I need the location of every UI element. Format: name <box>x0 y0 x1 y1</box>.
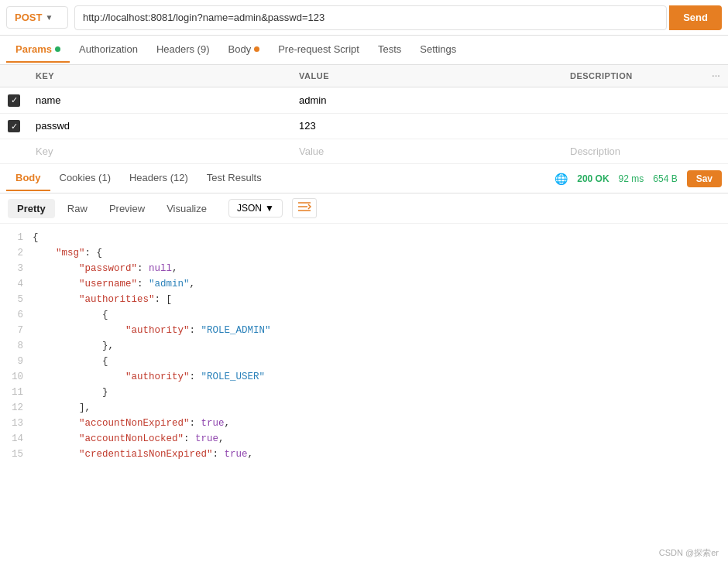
line-num: 14 <box>5 431 33 447</box>
status-badge: 200 OK <box>577 173 609 184</box>
json-line: 11 } <box>0 385 728 400</box>
params-dot <box>55 46 60 52</box>
preview-label: Preview <box>109 203 145 214</box>
empty-row: Key Value Description <box>0 139 728 164</box>
resp-tab-test-results[interactable]: Test Results <box>197 166 271 191</box>
line-num: 13 <box>5 416 33 431</box>
row2-checkbox[interactable]: ✓ <box>8 120 20 132</box>
watermark: CSDN @探索er <box>659 547 719 559</box>
method-chevron-icon: ▼ <box>45 13 53 22</box>
tab-tests-label: Tests <box>378 43 401 55</box>
raw-label: Raw <box>67 203 88 214</box>
tab-pre-request[interactable]: Pre-request Script <box>269 37 369 63</box>
json-line: 6 { <box>0 307 728 323</box>
line-num: 1 <box>5 230 33 245</box>
tab-headers[interactable]: Headers (9) <box>147 37 219 63</box>
response-toolbar: Pretty Raw Preview Visualize JSON ▼ <box>0 193 728 224</box>
wrap-icon[interactable] <box>292 198 317 218</box>
format-label: JSON <box>237 203 262 214</box>
response-meta: 🌐 200 OK 92 ms 654 B Sav <box>555 170 722 187</box>
json-line: 15 "credentialsNonExpired": true, <box>0 447 728 462</box>
table-row: ✓ name admin <box>0 87 728 114</box>
line-num: 4 <box>5 276 33 292</box>
resp-tab-headers-label: Headers (12) <box>129 172 188 183</box>
tab-headers-label: Headers (9) <box>156 43 210 55</box>
resp-tab-headers[interactable]: Headers (12) <box>120 166 197 191</box>
tab-tests[interactable]: Tests <box>369 37 410 63</box>
top-bar: POST ▼ Send <box>0 0 728 36</box>
line-num: 5 <box>5 292 33 307</box>
params-table: KEY VALUE DESCRIPTION ··· ✓ name admin ✓ <box>0 65 728 164</box>
tab-authorization[interactable]: Authorization <box>70 37 147 63</box>
format-chevron-icon: ▼ <box>265 203 274 214</box>
tab-params-label: Params <box>15 43 52 55</box>
line-num: 9 <box>5 354 33 369</box>
json-line: 1 { <box>0 230 728 245</box>
json-line: 8 }, <box>0 338 728 354</box>
row1-desc[interactable] <box>562 87 704 114</box>
row2-desc[interactable] <box>562 113 704 139</box>
resp-tab-body[interactable]: Body <box>6 166 50 191</box>
table-row: ✓ passwd 123 <box>0 113 728 139</box>
col-value-header: VALUE <box>291 65 562 87</box>
row1-key[interactable]: name <box>28 87 291 114</box>
tab-settings-label: Settings <box>420 43 456 55</box>
response-size: 654 B <box>653 173 677 184</box>
json-line: 5 "authorities": [ <box>0 292 728 307</box>
col-key-header: KEY <box>28 65 291 87</box>
resp-tab-body-label: Body <box>15 172 41 183</box>
resp-format-visualize[interactable]: Visualize <box>157 199 216 218</box>
resp-format-pretty[interactable]: Pretty <box>8 199 55 218</box>
response-tabs: Body Cookies (1) Headers (12) Test Resul… <box>0 164 728 193</box>
row2-key[interactable]: passwd <box>28 113 291 139</box>
method-label: POST <box>15 12 42 23</box>
empty-value[interactable]: Value <box>291 139 562 164</box>
json-line: 12 ], <box>0 400 728 416</box>
row1-more <box>704 87 728 114</box>
url-input[interactable] <box>74 5 667 30</box>
tab-body[interactable]: Body <box>219 37 270 63</box>
response-time: 92 ms <box>619 173 644 184</box>
line-num: 8 <box>5 338 33 354</box>
json-line: 9 { <box>0 354 728 369</box>
json-line: 4 "username": "admin", <box>0 276 728 292</box>
row2-more <box>704 113 728 139</box>
tab-settings[interactable]: Settings <box>410 37 465 63</box>
pretty-label: Pretty <box>17 203 46 214</box>
row1-value[interactable]: admin <box>291 87 562 114</box>
globe-icon: 🌐 <box>555 173 568 185</box>
line-num: 12 <box>5 400 33 416</box>
tab-body-label: Body <box>228 43 252 55</box>
json-line: 10 "authority": "ROLE_USER" <box>0 369 728 385</box>
request-tabs: Params Authorization Headers (9) Body Pr… <box>0 36 728 65</box>
resp-tab-test-results-label: Test Results <box>207 172 262 183</box>
resp-format-preview[interactable]: Preview <box>100 199 154 218</box>
row1-checkbox-cell[interactable]: ✓ <box>0 87 28 114</box>
json-line: 14 "accountNonLocked": true, <box>0 431 728 447</box>
resp-tab-cookies-label: Cookies (1) <box>60 172 111 183</box>
resp-tab-cookies[interactable]: Cookies (1) <box>50 166 120 191</box>
json-line: 2 "msg": { <box>0 245 728 261</box>
visualize-label: Visualize <box>167 203 207 214</box>
json-body: 1 { 2 "msg": { 3 "password": null, 4 "us… <box>0 224 728 565</box>
line-num: 2 <box>5 245 33 261</box>
tab-params[interactable]: Params <box>6 37 70 63</box>
line-num: 10 <box>5 369 33 385</box>
line-num: 15 <box>5 447 33 462</box>
col-more-header: ··· <box>704 65 728 87</box>
line-num: 3 <box>5 261 33 276</box>
row2-value[interactable]: 123 <box>291 113 562 139</box>
resp-format-raw[interactable]: Raw <box>58 199 97 218</box>
body-dot <box>254 46 259 52</box>
empty-key[interactable]: Key <box>28 139 291 164</box>
save-button[interactable]: Sav <box>687 170 722 187</box>
send-button[interactable]: Send <box>669 5 722 30</box>
col-desc-header: DESCRIPTION <box>562 65 704 87</box>
json-line: 3 "password": null, <box>0 261 728 276</box>
row1-checkbox[interactable]: ✓ <box>8 94 20 107</box>
row2-checkbox-cell[interactable]: ✓ <box>0 113 28 139</box>
method-select[interactable]: POST ▼ <box>6 6 68 29</box>
format-select[interactable]: JSON ▼ <box>228 199 283 217</box>
params-section: KEY VALUE DESCRIPTION ··· ✓ name admin ✓ <box>0 65 728 164</box>
empty-desc[interactable]: Description <box>562 139 704 164</box>
